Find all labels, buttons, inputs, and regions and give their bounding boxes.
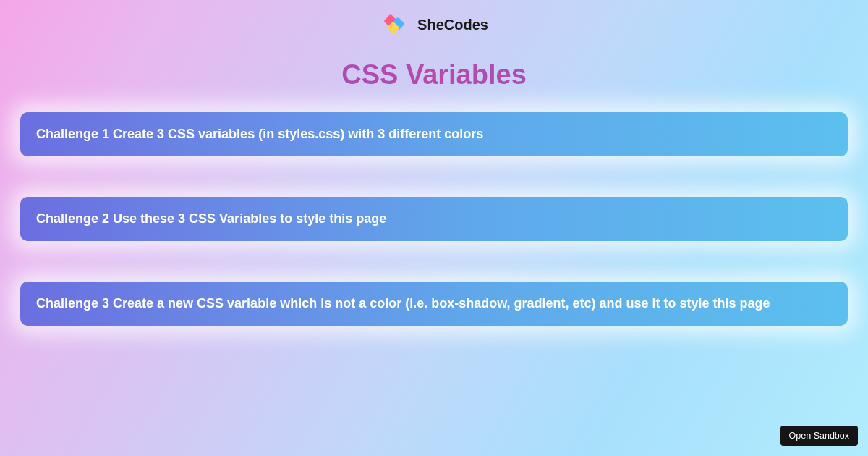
challenge-item: Challenge 2 Use these 3 CSS Variables to… [20,197,848,241]
challenge-item: Challenge 1 Create 3 CSS variables (in s… [20,112,848,156]
open-sandbox-button[interactable]: Open Sandbox [780,426,858,446]
shecodes-logo-icon [380,13,410,36]
page-title: CSS Variables [0,59,868,90]
challenge-item: Challenge 3 Create a new CSS variable wh… [20,282,848,326]
brand-header: SheCodes [0,0,868,36]
brand-name: SheCodes [417,17,488,33]
challenge-list: Challenge 1 Create 3 CSS variables (in s… [0,90,868,326]
